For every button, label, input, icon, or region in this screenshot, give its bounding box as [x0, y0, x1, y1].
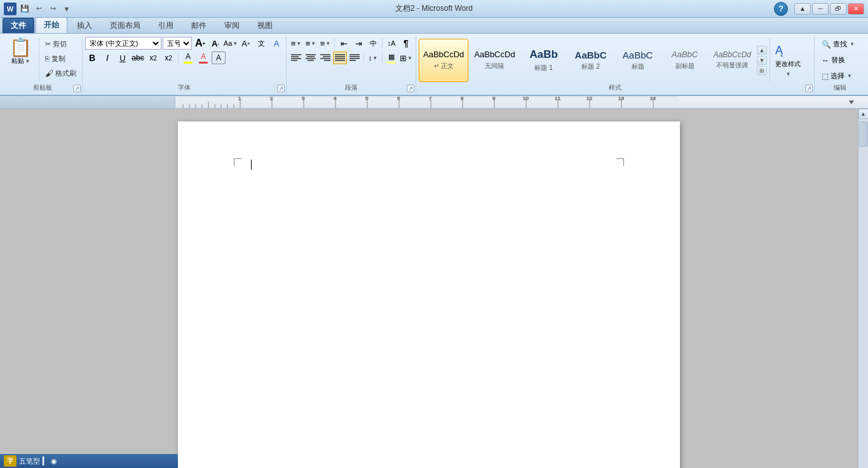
styles-group: AaBbCcDd ↵ 正文 AaBbCcDd 无间隔 AaBb 标题 1 AaB… — [416, 36, 815, 93]
multilevel-button[interactable]: ≡▼ — [318, 37, 332, 50]
ime-icon: 字 — [4, 455, 17, 467]
clear-format-button[interactable]: A× — [239, 37, 253, 50]
minimize-button[interactable]: ─ — [812, 3, 829, 15]
phonetic-button[interactable]: 文 — [254, 37, 268, 50]
font-color-icon: A — [201, 52, 206, 61]
save-quickaccess[interactable]: 💾 — [19, 3, 31, 15]
borders-button[interactable]: ⊞▼ — [399, 52, 413, 64]
style-heading2-preview: AaBbC — [575, 49, 607, 62]
font-name-select[interactable]: 宋体 (中文正文) — [85, 37, 161, 50]
tab-layout[interactable]: 页面布局 — [102, 18, 149, 33]
numbering-button[interactable]: ≡▼ — [304, 37, 318, 50]
tab-file[interactable]: 文件 — [3, 18, 34, 33]
change-styles-btn[interactable]: Ą 更改样式 ▼ — [773, 44, 803, 77]
paste-button[interactable]: 📋 粘贴 ▼ — [5, 37, 36, 67]
ime-indicator: ▎ — [43, 457, 48, 465]
styles-scroll-down[interactable]: ▼ — [757, 56, 767, 65]
svg-text:8: 8 — [461, 97, 464, 101]
decrease-indent-button[interactable]: ⇤ — [337, 37, 351, 50]
style-heading2[interactable]: AaBbC 标题 2 — [568, 39, 614, 82]
align-right-button[interactable] — [318, 52, 332, 64]
font-size-select[interactable]: 五号 — [163, 37, 192, 50]
document-canvas[interactable] — [0, 109, 858, 468]
font-expand[interactable]: ↗ — [277, 85, 285, 92]
undo-quickaccess[interactable]: ↩ — [33, 3, 44, 15]
style-heading1-preview: AaBb — [529, 48, 557, 62]
style-no-space-preview: AaBbCcDd — [474, 50, 515, 60]
redo-quickaccess[interactable]: ↪ — [47, 3, 58, 15]
para-sep3 — [363, 53, 364, 63]
clipboard-expand[interactable]: ↗ — [73, 85, 81, 92]
underline-button[interactable]: U — [116, 52, 130, 64]
para-sep2 — [382, 38, 383, 48]
styles-expand[interactable]: ⊞ — [757, 66, 767, 75]
justify-button[interactable] — [333, 52, 347, 64]
select-button[interactable]: ⬚ 选择 ▼ — [817, 69, 857, 83]
line-spacing-button[interactable]: ↕▼ — [366, 52, 380, 64]
ribbon-toggle-btn[interactable]: ▲ — [794, 3, 811, 15]
close-button[interactable]: ✕ — [848, 3, 864, 15]
tab-insert[interactable]: 插入 — [69, 18, 100, 33]
document-page[interactable] — [178, 121, 680, 468]
shading-button[interactable]: ▦ — [384, 52, 398, 64]
select-arrow: ▼ — [847, 73, 852, 79]
quickaccess-more[interactable]: ▼ — [61, 3, 72, 15]
align-center-icon — [306, 53, 316, 62]
align-center-button[interactable] — [304, 52, 318, 64]
help-button[interactable]: ? — [774, 2, 788, 16]
tab-references[interactable]: 引用 — [150, 18, 182, 33]
highlight-icon: A — [186, 52, 191, 61]
ruler-marks: // Drawn via inline SVG generation below… — [177, 97, 679, 108]
justify-low-button[interactable] — [348, 52, 362, 64]
styles-expand-btn[interactable]: ↗ — [805, 85, 813, 92]
style-subtle-emph[interactable]: AaBbCcDd 不明显强调 — [709, 39, 756, 82]
bold-button[interactable]: B — [85, 52, 99, 64]
find-button[interactable]: 🔍 查找 ▼ — [817, 37, 859, 52]
show-marks-button[interactable]: ¶ — [399, 37, 413, 50]
copy-icon: ⎘ — [45, 55, 50, 62]
tab-mailings[interactable]: 邮件 — [183, 18, 215, 33]
style-subtitle[interactable]: AaBbC 副标题 — [662, 39, 708, 82]
tab-review[interactable]: 审阅 — [216, 18, 248, 33]
styles-scroll-up[interactable]: ▲ — [757, 46, 767, 55]
paragraph-expand[interactable]: ↗ — [407, 85, 414, 92]
ime-bar: 字 五笔型 ▎ ◉ — [0, 454, 178, 468]
ribbon-content: 📋 粘贴 ▼ ✂ 剪切 ⎘ 复制 — [0, 33, 868, 95]
ruler-toggle[interactable] — [846, 96, 857, 109]
svg-rect-20 — [177, 97, 679, 108]
tab-view[interactable]: 视图 — [249, 18, 281, 33]
copy-button[interactable]: ⎘ 复制 — [42, 52, 79, 65]
font-shrink-button[interactable]: A- — [208, 37, 222, 50]
format-painter-button[interactable]: 🖌 格式刷 — [42, 66, 79, 80]
restore-button[interactable]: 🗗 — [830, 3, 846, 15]
style-heading1[interactable]: AaBb 标题 1 — [521, 39, 567, 82]
align-left-button[interactable] — [289, 52, 303, 64]
bullets-button[interactable]: ≡▼ — [289, 37, 303, 50]
chinese-layout-button[interactable]: 中 — [366, 37, 380, 50]
style-normal[interactable]: AaBbCcDd ↵ 正文 — [419, 39, 468, 82]
change-case-button[interactable]: Aa▼ — [224, 37, 238, 50]
font-sep — [178, 53, 179, 63]
font-grow-button[interactable]: A+ — [193, 37, 207, 50]
scroll-up-button[interactable]: ▲ — [858, 109, 869, 119]
sort-button[interactable]: ↕A — [384, 37, 398, 50]
font-color-button[interactable]: A — [196, 52, 210, 64]
italic-button[interactable]: I — [100, 52, 114, 64]
ime-small-icon: ◉ — [51, 457, 57, 465]
text-highlight-button[interactable]: A — [181, 52, 195, 64]
increase-indent-button[interactable]: ⇥ — [351, 37, 365, 50]
char-border-button[interactable]: A — [212, 52, 226, 64]
superscript-button[interactable]: x2 — [161, 52, 175, 64]
strikethrough-button[interactable]: abc — [131, 52, 145, 64]
style-title[interactable]: AaBbC 标题 — [615, 39, 661, 82]
subscript-button[interactable]: x2 — [146, 52, 160, 64]
scroll-track[interactable] — [858, 119, 868, 468]
cut-button[interactable]: ✂ 剪切 — [42, 37, 79, 51]
replace-button[interactable]: ↔ 替换 — [817, 53, 850, 67]
style-no-space[interactable]: AaBbCcDd 无间隔 — [470, 39, 519, 82]
text-effects-button[interactable]: A — [269, 37, 283, 50]
style-no-space-label: 无间隔 — [485, 62, 504, 71]
ime-mode-label[interactable]: 五笔型 — [19, 457, 40, 466]
tab-home[interactable]: 开始 — [36, 17, 67, 33]
scroll-thumb[interactable] — [859, 121, 868, 147]
